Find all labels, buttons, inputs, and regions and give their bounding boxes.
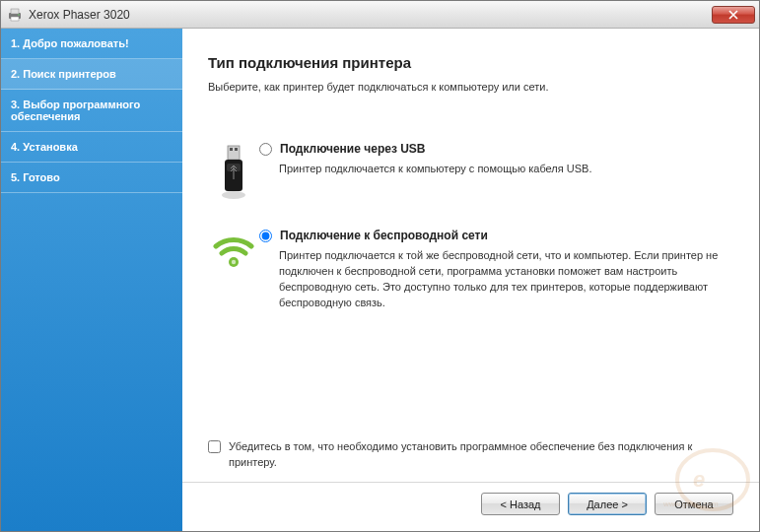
sidebar-item-software[interactable]: 3. Выбор программного обеспечения	[1, 90, 182, 132]
button-row: < Назад Далее > Отмена	[208, 493, 733, 521]
close-button[interactable]	[712, 6, 755, 24]
window-title: Xerox Phaser 3020	[29, 8, 712, 22]
no-connection-row: Убедитесь в том, что необходимо установи…	[208, 439, 733, 470]
option-usb-body: Подключение через USB Принтер подключает…	[259, 142, 733, 177]
option-wifi-body: Подключение к беспроводной сети Принтер …	[259, 229, 733, 311]
sidebar-item-label: 3. Выбор программного обеспечения	[11, 99, 140, 122]
option-wifi-label[interactable]: Подключение к беспроводной сети	[280, 229, 488, 242]
svg-point-9	[222, 191, 245, 199]
sidebar: 1. Добро пожаловать! 2. Поиск принтеров …	[1, 29, 182, 531]
window-body: 1. Добро пожаловать! 2. Поиск принтеров …	[1, 29, 759, 531]
svg-point-3	[18, 14, 20, 16]
option-usb: Подключение через USB Принтер подключает…	[208, 142, 733, 203]
option-usb-label[interactable]: Подключение через USB	[280, 142, 426, 156]
wifi-icon	[208, 229, 259, 270]
radio-wifi[interactable]	[259, 230, 272, 242]
separator	[182, 482, 759, 483]
radio-usb[interactable]	[259, 143, 272, 156]
option-wifi-header: Подключение к беспроводной сети	[259, 229, 733, 242]
option-wifi: Подключение к беспроводной сети Принтер …	[208, 229, 733, 311]
sidebar-item-label: 4. Установка	[11, 141, 78, 153]
sidebar-item-search[interactable]: 2. Поиск принтеров	[1, 59, 182, 90]
sidebar-item-welcome[interactable]: 1. Добро пожаловать!	[1, 29, 182, 59]
next-button[interactable]: Далее >	[568, 493, 647, 515]
sidebar-item-done[interactable]: 5. Готово	[1, 163, 182, 193]
main-panel: Тип подключения принтера Выберите, как п…	[182, 29, 759, 531]
sidebar-item-label: 1. Добро пожаловать!	[11, 37, 129, 49]
checkbox-no-connection-label[interactable]: Убедитесь в том, что необходимо установи…	[229, 439, 733, 470]
installer-window: Xerox Phaser 3020 1. Добро пожаловать! 2…	[0, 0, 760, 532]
svg-rect-4	[228, 146, 240, 160]
sidebar-item-label: 2. Поиск принтеров	[11, 68, 116, 80]
page-subtitle: Выберите, как принтер будет подключаться…	[208, 81, 733, 93]
svg-rect-6	[235, 148, 238, 151]
svg-rect-1	[11, 9, 19, 14]
printer-icon	[7, 7, 23, 23]
titlebar: Xerox Phaser 3020	[1, 1, 759, 29]
sidebar-item-install[interactable]: 4. Установка	[1, 132, 182, 163]
close-icon	[728, 10, 738, 20]
sidebar-item-label: 5. Готово	[11, 171, 60, 183]
option-usb-desc: Принтер подключается к компьютеру с помо…	[259, 162, 733, 177]
option-wifi-desc: Принтер подключается к той же беспроводн…	[259, 248, 733, 311]
usb-icon	[208, 142, 259, 203]
svg-rect-5	[230, 148, 233, 151]
spacer	[208, 337, 733, 439]
option-usb-header: Подключение через USB	[259, 142, 733, 156]
checkbox-no-connection[interactable]	[208, 440, 221, 453]
svg-rect-2	[11, 17, 19, 21]
back-button[interactable]: < Назад	[481, 493, 560, 515]
cancel-button[interactable]: Отмена	[655, 493, 733, 515]
page-title: Тип подключения принтера	[208, 54, 733, 71]
svg-point-11	[232, 260, 236, 264]
